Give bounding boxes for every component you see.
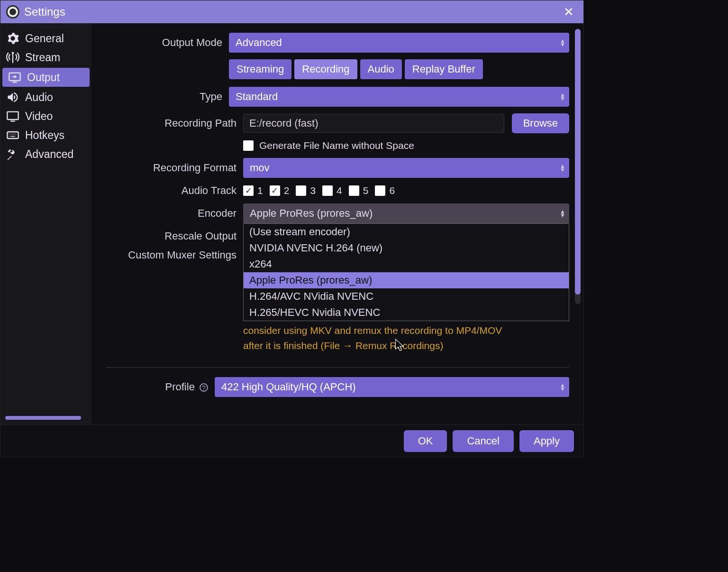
encoder-option[interactable]: x264 [244, 256, 569, 272]
sidebar-item-label: Hotkeys [25, 129, 64, 142]
updown-icon: ▲▼ [560, 210, 565, 217]
sidebar-item-stream[interactable]: Stream [0, 48, 91, 67]
sidebar-item-label: Advanced [25, 148, 73, 161]
encoder-label: Encoder [106, 207, 243, 220]
track-label: 4 [337, 185, 342, 196]
updown-icon: ▲▼ [560, 164, 565, 172]
generate-filename-checkbox[interactable] [243, 140, 254, 151]
updown-icon: ▲▼ [560, 39, 565, 46]
footer: OK Cancel Apply [0, 424, 583, 457]
encoder-option-selected[interactable]: Apple ProRes (prores_aw) [244, 272, 569, 288]
sidebar-item-label: Stream [25, 51, 60, 64]
monitor-arrow-icon [7, 71, 22, 84]
recording-path-label: Recording Path [106, 117, 243, 129]
audio-track-label: Audio Track [106, 185, 243, 197]
recording-format-dropdown[interactable]: mov ▲▼ [243, 158, 569, 178]
type-value: Standard [236, 91, 278, 103]
track-label: 3 [310, 185, 316, 196]
profile-label: Profile ? [106, 381, 215, 393]
close-button[interactable]: ✕ [560, 5, 578, 19]
sidebar-item-audio[interactable]: Audio [0, 88, 91, 107]
encoder-option[interactable]: (Use stream encoder) [244, 224, 569, 240]
browse-button[interactable]: Browse [512, 113, 569, 133]
help-icon[interactable]: ? [200, 383, 208, 392]
tab-audio[interactable]: Audio [360, 59, 402, 79]
sidebar-scrollbar[interactable] [5, 416, 81, 420]
encoder-option[interactable]: H.265/HEVC Nvidia NVENC [244, 304, 569, 321]
scrollbar-thumb[interactable] [575, 29, 581, 295]
tools-icon [5, 148, 20, 161]
speaker-icon [5, 91, 20, 104]
custom-muxer-label: Custom Muxer Settings [106, 249, 243, 261]
tab-streaming[interactable]: Streaming [229, 59, 291, 79]
ok-button[interactable]: OK [404, 430, 447, 452]
gear-icon [5, 32, 20, 45]
track-label: 5 [363, 185, 369, 196]
output-mode-value: Advanced [236, 37, 282, 49]
app-logo-icon [6, 5, 19, 18]
sidebar-item-output[interactable]: Output [2, 68, 90, 87]
tab-replay-buffer[interactable]: Replay Buffer [405, 59, 483, 79]
main-panel: Output Mode Advanced ▲▼ Streaming Record… [91, 23, 583, 424]
tab-recording[interactable]: Recording [294, 59, 357, 79]
sidebar-item-general[interactable]: General [0, 29, 91, 48]
rescale-output-label: Rescale Output [106, 230, 243, 242]
encoder-option[interactable]: NVIDIA NVENC H.264 (new) [244, 240, 569, 256]
svg-rect-4 [7, 132, 18, 138]
sidebar-item-label: Audio [25, 91, 53, 104]
keyboard-icon [5, 129, 20, 142]
section-divider [106, 367, 569, 368]
titlebar: Settings ✕ [0, 0, 583, 23]
svg-rect-2 [7, 112, 18, 120]
type-dropdown[interactable]: Standard ▲▼ [229, 87, 569, 107]
sidebar: General Stream Output Audio Video Hotkey… [0, 23, 91, 424]
track-label: 6 [389, 185, 395, 196]
antenna-icon [5, 51, 20, 64]
encoder-dropdown[interactable]: Apple ProRes (prores_aw) ▲▼ (Use stream … [243, 203, 569, 223]
updown-icon: ▲▼ [560, 383, 565, 391]
profile-value: 422 High Quality/HQ (APCH) [221, 381, 356, 393]
track-3-checkbox[interactable] [296, 185, 306, 196]
recording-format-label: Recording Format [106, 162, 243, 174]
sidebar-item-label: General [25, 32, 64, 45]
track-2-checkbox[interactable]: ✓ [270, 185, 280, 196]
warning-text: consider using MKV and remux the recordi… [243, 323, 569, 353]
sidebar-item-hotkeys[interactable]: Hotkeys [0, 126, 91, 145]
recording-path-value: E:/record (fast) [249, 117, 318, 129]
track-1-checkbox[interactable]: ✓ [243, 185, 254, 196]
track-5-checkbox[interactable] [349, 185, 359, 196]
window-title: Settings [24, 5, 560, 18]
scrollbar[interactable] [575, 29, 581, 304]
encoder-value: Apple ProRes (prores_aw) [250, 207, 373, 220]
track-4-checkbox[interactable] [322, 185, 333, 196]
output-mode-dropdown[interactable]: Advanced ▲▼ [229, 33, 569, 53]
type-label: Type [106, 91, 229, 103]
sidebar-item-label: Video [25, 110, 53, 123]
output-mode-label: Output Mode [106, 37, 229, 49]
apply-button[interactable]: Apply [519, 430, 574, 452]
recording-format-value: mov [250, 162, 270, 174]
monitor-icon [5, 110, 20, 123]
sidebar-item-video[interactable]: Video [0, 107, 91, 126]
sidebar-item-label: Output [27, 71, 60, 84]
profile-dropdown[interactable]: 422 High Quality/HQ (APCH) ▲▼ [215, 377, 569, 397]
cancel-button[interactable]: Cancel [453, 430, 513, 452]
recording-path-input[interactable]: E:/record (fast) [243, 114, 504, 133]
track-6-checkbox[interactable] [375, 185, 385, 196]
updown-icon: ▲▼ [560, 93, 565, 101]
track-label: 2 [284, 185, 290, 196]
sidebar-item-advanced[interactable]: Advanced [0, 145, 91, 164]
track-label: 1 [257, 185, 263, 196]
encoder-dropdown-list: (Use stream encoder) NVIDIA NVENC H.264 … [243, 223, 569, 321]
encoder-option[interactable]: H.264/AVC NVidia NVENC [244, 288, 569, 304]
generate-filename-label: Generate File Name without Space [259, 140, 414, 151]
